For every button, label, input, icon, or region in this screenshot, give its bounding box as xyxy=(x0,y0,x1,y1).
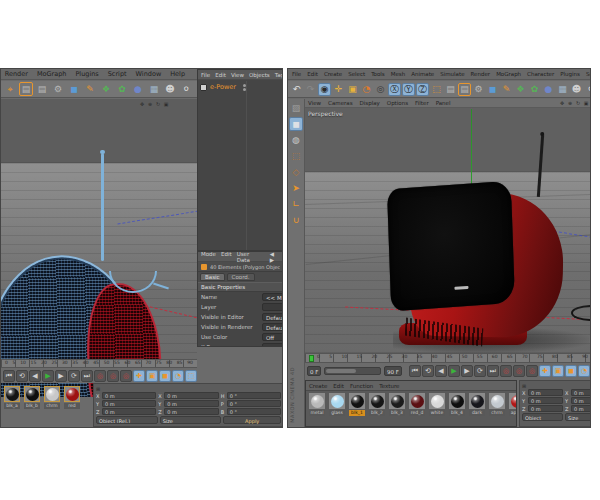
model-mode[interactable]: ◼ xyxy=(289,117,303,131)
go-to-end[interactable]: ⏭ xyxy=(81,370,93,382)
add-spline[interactable]: ✎ xyxy=(83,82,97,96)
material-menu-item[interactable]: Create xyxy=(309,383,327,389)
material-chrome[interactable]: chrm xyxy=(43,386,61,409)
menu-item[interactable]: MoGraph xyxy=(37,70,67,78)
add-light[interactable]: ⚪ xyxy=(584,83,590,96)
render-view[interactable]: ▤ xyxy=(19,82,33,96)
play[interactable]: ▶ xyxy=(42,370,54,382)
play[interactable]: ▶ xyxy=(448,365,460,377)
viewport-menu-item[interactable]: Panel xyxy=(436,100,451,106)
material-dark[interactable]: dark xyxy=(468,393,486,416)
add-floor[interactable]: ▦ xyxy=(556,83,569,96)
menu-item[interactable]: Simulate xyxy=(440,71,464,77)
rotation-field[interactable]: 0 ° xyxy=(227,392,281,399)
objects-menu-item[interactable]: Edit xyxy=(215,72,226,78)
menu-item[interactable]: Mesh xyxy=(391,71,405,77)
add-environment[interactable]: ☻ xyxy=(163,82,177,96)
object-row[interactable]: e-Power xyxy=(198,80,283,94)
z-axis-lock[interactable]: Ⓩ xyxy=(416,83,429,96)
material-name[interactable]: blk_a xyxy=(4,403,20,409)
menu-item[interactable]: Animate xyxy=(411,71,434,77)
material-name[interactable]: red xyxy=(64,403,80,409)
range-end-field[interactable]: 90 F xyxy=(384,366,402,376)
add-subdivision[interactable]: ❖ xyxy=(99,82,113,96)
right-timeline-ruler[interactable]: 051015202530354045505560657075808590 xyxy=(305,353,591,363)
last-tool[interactable]: ◎ xyxy=(374,83,387,96)
record-keyframe[interactable]: ✚ xyxy=(133,370,145,382)
field-value[interactable] xyxy=(262,303,283,311)
menu-item[interactable]: Character xyxy=(527,71,554,77)
workplane-texture-mode[interactable]: ▨ xyxy=(289,101,303,115)
key-scale[interactable]: ◎ xyxy=(513,365,525,377)
material-black-3[interactable]: blk_3 xyxy=(388,393,406,416)
menu-item[interactable]: Script xyxy=(586,71,591,77)
material-menu-item[interactable]: Edit xyxy=(333,383,344,389)
menu-item[interactable]: Script xyxy=(108,70,127,78)
field-value[interactable]: Default xyxy=(262,323,283,331)
y-axis-lock[interactable]: Ⓨ xyxy=(402,83,415,96)
apply-button[interactable]: Apply xyxy=(223,416,281,424)
menu-item[interactable]: Tools xyxy=(371,71,385,77)
material-name[interactable]: dark xyxy=(469,410,485,416)
viewport-menu-item[interactable]: Cameras xyxy=(328,100,352,106)
objects-menu-item[interactable]: Tags xyxy=(275,72,283,78)
add-metaball[interactable]: ● xyxy=(542,83,555,96)
pan-view[interactable]: ✥ xyxy=(139,101,145,107)
material-name[interactable]: blk_b xyxy=(24,403,40,409)
snap-mode[interactable]: ∪ xyxy=(289,213,303,227)
material-name[interactable]: blk_4 xyxy=(449,410,465,416)
zoom-view[interactable]: ⊕ xyxy=(147,101,153,107)
pan-view[interactable]: ✥ xyxy=(559,100,565,106)
menu-item[interactable]: Window xyxy=(136,70,162,78)
record-keyframe[interactable]: ✚ xyxy=(539,365,551,377)
material-name[interactable]: chrm xyxy=(489,410,505,416)
key-rotation[interactable]: ◎ xyxy=(120,370,132,382)
object-name[interactable]: e-Power xyxy=(210,83,236,91)
add-cube[interactable]: ◼ xyxy=(486,83,499,96)
material-black-2[interactable]: blk_b xyxy=(23,386,41,409)
material-name[interactable]: blk_1 xyxy=(349,410,365,416)
position-field[interactable]: 0 m xyxy=(102,400,156,407)
objects-menu-item[interactable]: File xyxy=(201,72,210,78)
coords-mode-dropdown[interactable]: Object (Rel.) xyxy=(96,416,158,424)
material-apple[interactable]: apple xyxy=(508,393,517,416)
material-red[interactable]: red xyxy=(63,386,81,409)
field-value[interactable]: Off xyxy=(262,333,283,341)
objects-menu-item[interactable]: Objects xyxy=(249,72,270,78)
material-chrome[interactable]: chrm xyxy=(488,393,506,416)
rotate-view[interactable]: ↻ xyxy=(155,101,161,107)
size-field[interactable]: 0 m xyxy=(571,389,591,396)
menu-item[interactable]: Help xyxy=(170,70,185,78)
keyframe-selection[interactable]: ⬚ xyxy=(185,370,197,382)
position-field[interactable]: 0 m xyxy=(528,389,563,396)
field-value[interactable]: << Multiple Values >> xyxy=(262,293,283,301)
playhead[interactable] xyxy=(309,355,314,362)
position-field[interactable]: 0 m xyxy=(528,405,563,412)
render-view[interactable]: ▤ xyxy=(444,83,457,96)
polygon-mode[interactable]: ➤ xyxy=(289,181,303,195)
autokey-points[interactable]: ◔ xyxy=(578,365,590,377)
viewport-menu-item[interactable]: Options xyxy=(387,100,408,106)
material-name[interactable]: red_d xyxy=(409,410,425,416)
left-viewport[interactable]: ✥⊕↻▣ xyxy=(1,99,197,397)
add-floor[interactable]: ▦ xyxy=(147,82,161,96)
material-white[interactable]: white xyxy=(428,393,446,416)
autokey-points[interactable]: ◔ xyxy=(172,370,184,382)
right-viewport[interactable]: ViewCamerasDisplayOptionsFilterPanel ✥⊕↻… xyxy=(305,99,591,353)
attribute-tab[interactable]: Basic xyxy=(200,273,225,281)
menu-item[interactable]: Render xyxy=(5,70,28,78)
material-black-1[interactable]: blk_1 xyxy=(348,393,366,416)
field-value[interactable]: Default xyxy=(262,313,283,321)
rotate-view[interactable]: ↻ xyxy=(575,100,581,106)
range-slider[interactable] xyxy=(324,367,381,375)
material-black-4[interactable]: blk_4 xyxy=(448,393,466,416)
size-field[interactable]: 0 m xyxy=(164,400,218,407)
edge-mode[interactable]: ◇ xyxy=(289,165,303,179)
live-selection[interactable]: ◉ xyxy=(318,83,331,96)
material-metal[interactable]: metal xyxy=(308,393,326,416)
attribute-menu-item[interactable]: User Data xyxy=(237,251,264,263)
material-menu-item[interactable]: Function xyxy=(350,383,373,389)
render-settings[interactable]: ⚙ xyxy=(472,83,485,96)
menu-item[interactable]: Render xyxy=(471,71,491,77)
add-spline[interactable]: ✎ xyxy=(500,83,513,96)
